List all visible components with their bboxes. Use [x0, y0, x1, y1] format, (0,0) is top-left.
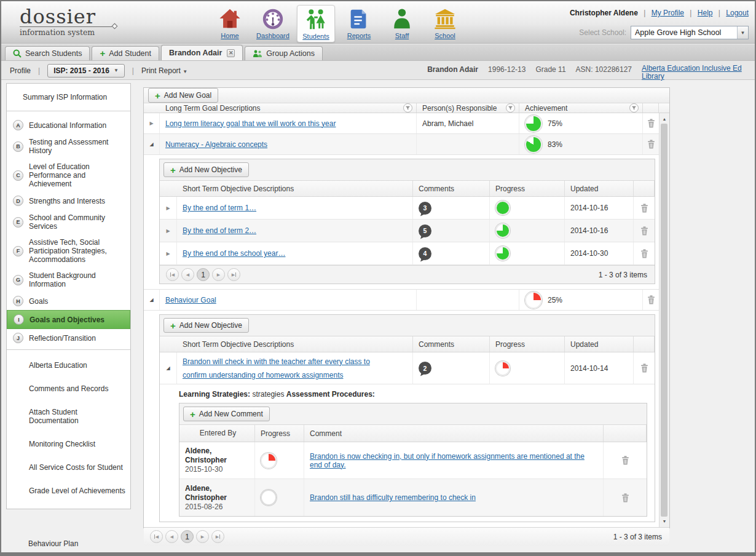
pager-first-button[interactable]: ◀	[166, 268, 179, 281]
comment-link[interactable]: Brandon still has difficulty remembering…	[310, 493, 476, 502]
school-icon	[433, 7, 457, 31]
pager-last-button[interactable]: ▶	[211, 530, 224, 543]
help-link[interactable]: Help	[698, 9, 713, 17]
sidebar-item-attach-documentation[interactable]: Attach Student Documentation	[7, 400, 130, 432]
nav-school[interactable]: School	[426, 5, 464, 42]
student-dob: 1996-12-13	[488, 65, 526, 74]
sidebar-item-goals[interactable]: H Goals	[7, 292, 130, 310]
expand-icon[interactable]: ▶	[166, 251, 170, 256]
nav-school-label: School	[435, 32, 455, 39]
expand-icon[interactable]: ▶	[166, 205, 170, 211]
sidebar-item-goals-and-objectives[interactable]: I Goals and Objectives	[7, 310, 130, 329]
nav-reports[interactable]: Reports	[340, 5, 378, 42]
tab-brandon-adair[interactable]: Brandon Adair ✕	[161, 45, 243, 60]
pager-prev-button[interactable]: ◀	[181, 268, 194, 281]
scroll-down-icon[interactable]: ▼	[660, 517, 669, 526]
trash-icon[interactable]	[647, 140, 655, 149]
expand-icon[interactable]: ▶	[149, 121, 153, 126]
sidebar-item-strengths-interests[interactable]: D Strengths and Interests	[7, 192, 130, 210]
sidebar-item-performance-achievement[interactable]: C Level of Education Performance and Ach…	[7, 159, 130, 192]
progress-pie	[495, 246, 510, 261]
nav-home[interactable]: Home	[211, 5, 249, 42]
strategies-line: Learning Strategies: strategies Assessme…	[177, 384, 651, 403]
logout-link[interactable]: Logout	[726, 9, 749, 17]
close-icon[interactable]: ✕	[227, 49, 235, 57]
sidebar-item-school-community-services[interactable]: E School and Community Services	[7, 210, 130, 234]
trash-icon[interactable]	[647, 295, 655, 304]
nav-staff-label: Staff	[395, 32, 409, 39]
chevron-down-icon[interactable]: ▼	[737, 26, 748, 39]
collapse-icon[interactable]: ◢	[149, 297, 153, 303]
student-grade: Grade 11	[535, 65, 565, 74]
trash-icon[interactable]	[647, 119, 655, 128]
col-comments: Comments	[419, 185, 454, 193]
achievement-label: 25%	[548, 296, 562, 304]
nav-staff[interactable]: Staff	[383, 5, 421, 42]
sidebar-item-summary-isp[interactable]: Summary ISP Information	[7, 84, 130, 111]
trash-icon[interactable]	[640, 363, 648, 373]
goal-link[interactable]: Long term literacy goal that we will wor…	[165, 119, 336, 128]
collapse-icon[interactable]: ◢	[149, 141, 153, 147]
sidebar-item-alberta-education[interactable]: Alberta Education	[7, 354, 130, 377]
vertical-scrollbar[interactable]: ▲ ▼	[659, 113, 669, 527]
objective-link[interactable]: Brandon will check in with the teacher a…	[183, 355, 388, 382]
pager-next-button[interactable]: ▶	[196, 530, 209, 543]
objective-link[interactable]: By the end of term 1…	[183, 204, 256, 212]
isp-dropdown[interactable]: ISP: 2015 - 2016 ▼	[47, 64, 125, 77]
progress-pie	[261, 490, 277, 506]
objective-link[interactable]: By the end of term 2…	[183, 226, 256, 235]
filter-icon[interactable]	[403, 103, 412, 113]
sidebar-item-assistive-tech[interactable]: F Assistive Tech, Social Participation S…	[7, 234, 130, 268]
my-profile-link[interactable]: My Profile	[652, 9, 684, 17]
plus-icon: +	[100, 50, 105, 57]
school-select-row: Select School: Apple Grove High School ▼	[579, 26, 749, 39]
trash-icon[interactable]	[640, 249, 648, 258]
pager-last-button[interactable]: ▶	[227, 268, 240, 281]
goals-pager: ◀ ◀ 1 ▶ ▶ 1 - 3 of 3 items	[144, 527, 669, 546]
objective-link[interactable]: By the end of the school year…	[183, 249, 285, 258]
tab-add-student[interactable]: + Add Student	[92, 46, 159, 60]
trash-icon[interactable]	[621, 456, 629, 465]
profile-link[interactable]: Profile	[10, 66, 31, 75]
sidebar-item-behaviour-plan[interactable]: Behaviour Plan	[6, 534, 131, 553]
sidebar-item-monitoring-checklist[interactable]: Monitoring Checklist	[7, 432, 130, 456]
sidebar-item-service-costs[interactable]: All Service Costs for Student	[7, 456, 130, 479]
filter-icon[interactable]	[629, 103, 639, 113]
pager-page-1[interactable]: 1	[197, 268, 210, 281]
nav-students[interactable]: Students	[297, 5, 335, 42]
nav-dashboard[interactable]: Dashboard	[254, 5, 292, 42]
tab-group-actions[interactable]: Group Actions	[245, 46, 323, 60]
pager-next-button[interactable]: ▶	[212, 268, 225, 281]
add-new-comment-button[interactable]: + Add New Comment	[183, 407, 270, 421]
trash-icon[interactable]	[640, 204, 648, 213]
col-entered-by: Entered By	[200, 429, 236, 438]
letter-badge: A	[13, 120, 23, 130]
trash-icon[interactable]	[640, 226, 648, 236]
tab-search-students[interactable]: Search Students	[5, 46, 90, 60]
sidebar-item-comments-records[interactable]: Comments and Records	[7, 377, 130, 400]
comment-link[interactable]: Brandon is now checking in, but only if …	[310, 452, 597, 469]
pager-prev-button[interactable]: ◀	[165, 530, 178, 543]
sidebar-item-grade-level-achievements[interactable]: Grade Level of Achievements	[7, 479, 130, 502]
add-new-objective-button[interactable]: + Add New Objective	[163, 162, 249, 177]
trash-icon[interactable]	[621, 493, 629, 502]
nav-home-label: Home	[221, 32, 238, 39]
sidebar-item-testing-history[interactable]: B Testing and Assessment History	[7, 134, 130, 159]
school-select[interactable]: Apple Grove High School ▼	[631, 26, 749, 39]
sidebar-item-student-background[interactable]: G Student Background Information	[7, 268, 130, 292]
pager-first-button[interactable]: ◀	[150, 530, 163, 543]
pager-page-1[interactable]: 1	[181, 530, 194, 543]
scroll-up-icon[interactable]: ▲	[660, 114, 669, 124]
goal-link[interactable]: Numeracy - Algebraic concepts	[165, 140, 267, 149]
inclusive-ed-library-link[interactable]: Alberta Education Inclusive Ed Library	[642, 65, 747, 81]
add-new-goal-button[interactable]: + Add New Goal	[148, 88, 218, 103]
scrollbar-thumb[interactable]	[661, 124, 667, 517]
sidebar-item-reflection-transition[interactable]: J Reflection/Transition	[7, 329, 130, 347]
goal-link[interactable]: Behaviour Goal	[165, 296, 216, 304]
collapse-icon[interactable]: ◢	[166, 365, 170, 371]
expand-icon[interactable]: ▶	[166, 228, 170, 234]
filter-icon[interactable]	[506, 103, 515, 113]
add-new-objective-button[interactable]: + Add New Objective	[163, 318, 249, 333]
sidebar-item-educational-information[interactable]: A Educational Information	[7, 116, 130, 134]
print-report-dropdown[interactable]: Print Report ▼	[141, 66, 187, 75]
